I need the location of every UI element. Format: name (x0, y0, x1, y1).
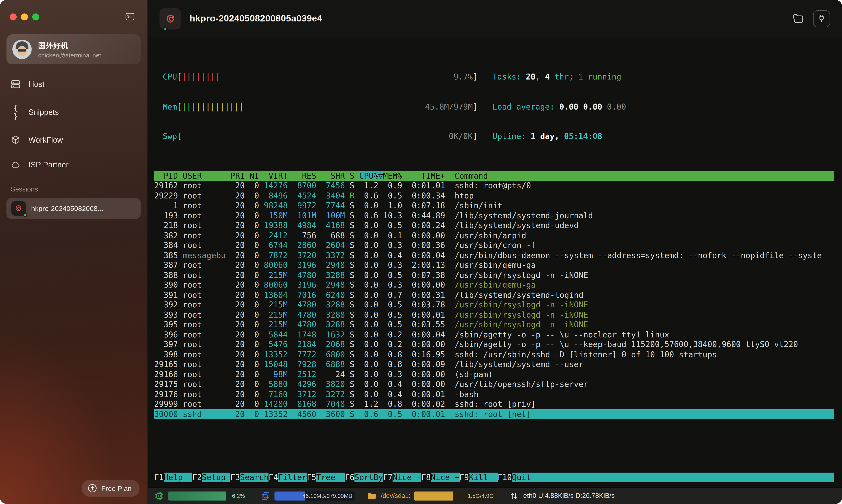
titlebar (0, 0, 147, 29)
process-row[interactable]: 388 root 20 0 215M 4780 3288 S 0.0 0.5 0… (154, 270, 834, 280)
memory-icon (260, 491, 271, 501)
process-row[interactable]: 29165 root 20 0 15048 7928 6888 S 0.0 0.… (154, 360, 834, 370)
app-window: 国外好机 chicken@aterminal.net Host Snippets (0, 0, 842, 504)
main-pane: hkpro-20240508200805a039e4 CPU[|||||||| (148, 0, 842, 504)
process-row[interactable]: 29166 root 20 0 98M 2512 24 S 0.0 0.3 0:… (154, 369, 834, 379)
close-window-button[interactable] (10, 13, 17, 20)
process-row[interactable]: 193 root 20 0 150M 101M 100M S 0.6 10.3 … (154, 211, 834, 220)
server-icon (10, 79, 21, 90)
statusbar-disk: /dev/sda1: 1.5G/4.9G (367, 491, 498, 501)
swap-meter: Swp[ 0K/0K] (162, 131, 478, 141)
cube-icon (10, 135, 21, 145)
disk-usage-value: 1.5G/4.9G (468, 493, 494, 499)
process-row[interactable]: 397 root 20 0 5476 2184 2068 S 0.0 0.2 0… (154, 340, 834, 350)
debian-icon (14, 204, 23, 213)
disk-icon (367, 491, 377, 501)
htop-meters-right: Tasks: 20, 4 thr; 1 running Load average… (493, 52, 626, 161)
sidebar: 国外好机 chicken@aterminal.net Host Snippets (0, 0, 148, 504)
htop-meters: CPU[|||||||| 9.7%] Mem[||||||||||||| 45.… (162, 52, 834, 161)
avatar (12, 40, 32, 59)
debian-icon (164, 13, 176, 25)
terminal-blank-area (154, 419, 834, 472)
plan-label: Free Plan (101, 484, 132, 492)
uptime-line: Uptime: 1 day, 05:14:08 (493, 131, 626, 141)
session-icon (11, 201, 26, 216)
cpu-chip-icon (154, 491, 164, 501)
process-row[interactable]: 393 root 20 0 215M 4780 3288 S 0.0 0.5 0… (154, 310, 834, 320)
profile-text: 国外好机 chicken@aterminal.net (38, 40, 101, 58)
process-row[interactable]: 1 root 20 0 98248 9972 7744 S 0.0 1.0 0:… (154, 201, 834, 211)
process-row[interactable]: 29176 root 20 0 7160 3712 3272 S 0.0 0.4… (154, 389, 834, 399)
minimize-window-button[interactable] (21, 13, 28, 20)
online-status-dot (163, 27, 168, 31)
folder-icon (791, 12, 804, 25)
process-row[interactable]: 398 root 20 0 13352 7772 6800 S 0.0 0.8 … (154, 349, 834, 360)
fn-bar[interactable]: F1Help F2Setup F3SearchF4FilterF5Tree F6… (154, 472, 834, 483)
braces-icon (10, 104, 21, 121)
terminal-icon (124, 11, 135, 22)
terminal[interactable]: CPU[|||||||| 9.7%] Mem[||||||||||||| 45.… (148, 38, 842, 487)
disk-usage-fill (414, 491, 452, 501)
tasks-line: Tasks: 20, 4 thr; 1 running (493, 72, 626, 82)
disk-usage-bar: 1.5G/4.9G (414, 491, 498, 501)
sidebar-menu: Host Snippets WorkFlow ISP Partner (0, 67, 147, 177)
process-row[interactable]: 387 root 20 0 80060 3196 2948 S 0.0 0.3 … (154, 260, 834, 270)
sidebar-item-isp-partner[interactable]: ISP Partner (0, 152, 147, 177)
sftp-button[interactable] (791, 12, 804, 25)
session-item[interactable]: hkpro-202405082008... (6, 198, 141, 219)
process-row[interactable]: 385 messagebu 20 0 7872 3720 3372 S 0.0 … (154, 250, 834, 260)
process-row[interactable]: 218 root 20 0 19388 4984 4168 S 0.0 0.5 … (154, 220, 834, 231)
load-average-line: Load average: 0.00 0.00 0.00 (493, 102, 626, 112)
network-arrows-icon (509, 491, 519, 501)
sidebar-item-host[interactable]: Host (0, 72, 147, 97)
free-plan-button[interactable]: Free Plan (82, 480, 139, 497)
statusbar-memory: 46.10MB/979.00MB (260, 491, 355, 501)
statusbar-cpu: 6.2% (154, 491, 248, 501)
process-rows: 29162 root 20 0 14276 8700 7456 S 1.2 0.… (154, 181, 834, 419)
memory-usage-bar: 46.10MB/979.00MB (274, 491, 355, 501)
process-row[interactable]: 30000 sshd 20 0 13352 4560 3600 S 0.6 0.… (154, 409, 834, 419)
sidebar-item-label: Snippets (29, 108, 59, 116)
process-row[interactable]: 390 root 20 0 80060 3196 2948 S 0.0 0.3 … (154, 280, 834, 290)
status-bar: 6.2% 46.10MB/979.00MB /dev/sda1: (148, 487, 842, 504)
process-row[interactable]: 29229 root 20 0 8496 4524 3404 R 0.6 0.5… (154, 191, 834, 201)
process-row[interactable]: 384 root 20 0 6744 2860 2604 S 0.0 0.3 0… (154, 240, 834, 250)
process-header[interactable]: PID USER PRI NI VIRT RES SHR S CPU%▽MEM%… (154, 171, 834, 181)
window-controls (10, 13, 44, 20)
process-row[interactable]: 395 root 20 0 215M 4780 3288 S 0.0 0.5 0… (154, 320, 834, 330)
process-row[interactable]: 392 root 20 0 215M 4780 3288 S 0.0 0.5 0… (154, 300, 834, 310)
header-actions (791, 10, 830, 28)
cloud-icon (10, 159, 21, 170)
cpu-usage-bar: 6.2% (168, 491, 249, 501)
zoom-window-button[interactable] (32, 13, 39, 20)
profile-email: chicken@aterminal.net (38, 52, 101, 58)
sidebar-spacer (0, 219, 147, 480)
memory-usage-value: 46.10MB/979.00MB (302, 493, 352, 499)
online-status-dot (23, 213, 28, 217)
process-row[interactable]: 382 root 20 0 2412 756 688 S 0.0 0.1 0:0… (154, 230, 834, 240)
process-row[interactable]: 29999 root 20 0 14280 8168 7048 S 1.2 0.… (154, 399, 834, 409)
sidebar-item-workflow[interactable]: WorkFlow (0, 128, 147, 152)
sidebar-item-label: Host (29, 80, 45, 89)
session-title: hkpro-20240508200805a039e4 (190, 14, 322, 24)
sidebar-item-label: ISP Partner (29, 160, 69, 169)
profile-name: 国外好机 (38, 40, 101, 50)
disconnect-button[interactable] (813, 10, 830, 28)
session-header: hkpro-20240508200805a039e4 (148, 0, 842, 38)
profile-card[interactable]: 国外好机 chicken@aterminal.net (6, 34, 141, 65)
cpu-usage-value: 6.2% (232, 493, 245, 499)
new-terminal-button[interactable] (121, 8, 138, 25)
plug-icon (817, 14, 826, 23)
process-row[interactable]: 391 root 20 0 13604 7016 6240 S 0.0 0.7 … (154, 290, 834, 300)
upgrade-arrow-icon (87, 483, 98, 494)
cpu-usage-fill (168, 491, 226, 501)
process-row[interactable]: 29175 root 20 0 5880 4296 3820 S 0.0 0.4… (154, 379, 834, 389)
process-row[interactable]: 29162 root 20 0 14276 8700 7456 S 1.2 0.… (154, 181, 834, 191)
disk-device-label: /dev/sda1: (381, 492, 410, 500)
sidebar-item-label: WorkFlow (29, 136, 63, 144)
plan-row: Free Plan (0, 480, 147, 504)
memory-usage-fill (274, 491, 305, 501)
sessions-section-label: Sessions (11, 185, 147, 193)
sidebar-item-snippets[interactable]: Snippets (0, 97, 147, 128)
process-row[interactable]: 396 root 20 0 5844 1748 1632 S 0.0 0.2 0… (154, 330, 834, 340)
